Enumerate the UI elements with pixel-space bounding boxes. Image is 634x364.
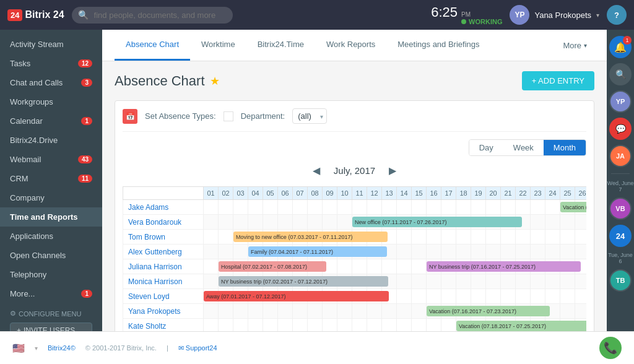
day-header-26: 26 (575, 187, 587, 200)
support-link[interactable]: ✉ Support24 (178, 344, 217, 352)
day-header-21: 21 (501, 187, 516, 200)
sidebar-item-chat-calls[interactable]: Chat and Calls3 (0, 73, 102, 92)
table-row: Alex GuttenbergFamily (07.04.2017 - 07.1… (123, 245, 587, 259)
next-month-button[interactable]: ▶ (385, 163, 400, 178)
tab-work-reports[interactable]: Work Reports (315, 30, 386, 61)
chevron-down-icon: ▾ (584, 42, 587, 49)
sidebar-item-bitrix24drive[interactable]: Bitrix24.Drive (0, 131, 102, 150)
day-cell (486, 230, 501, 245)
day-cell (367, 200, 382, 215)
day-cell (441, 245, 456, 259)
person-name[interactable]: Alex Guttenberg (123, 245, 204, 259)
person-name[interactable]: Monica Harrison (123, 274, 204, 289)
event-bar[interactable]: Moving to new office (07.03.2017 - 07.11… (233, 232, 388, 242)
search-input[interactable] (72, 7, 233, 24)
tab-worktime[interactable]: Worktime (190, 30, 246, 61)
person-name[interactable]: Vera Bondarouk (123, 215, 204, 230)
day-cell (412, 319, 427, 332)
help-button[interactable]: ? (607, 5, 627, 25)
name-column-header (123, 187, 204, 200)
sidebar-item-calendar[interactable]: Calendar1 (0, 111, 102, 131)
day-cell (219, 304, 233, 319)
tab-absence-chart[interactable]: Absence Chart (115, 30, 190, 61)
add-entry-button[interactable]: + ADD ENTRY (522, 71, 594, 90)
sidebar-item-company[interactable]: Company (0, 188, 102, 207)
page-title: Absence Chart ★ (115, 73, 220, 89)
bitrix-button[interactable]: 24 (609, 225, 632, 247)
person-name[interactable]: Juliana Harrison (123, 259, 204, 274)
sidebar-item-crm[interactable]: CRM11 (0, 169, 102, 188)
table-row: Tom BrownMoving to new office (07.03.201… (123, 230, 587, 245)
tab-bitrix24time[interactable]: Bitrix24.Time (246, 30, 315, 61)
day-header-15: 15 (412, 187, 427, 200)
event-bar[interactable]: New office (07.11.2017 - 07.26.2017) (352, 217, 522, 227)
person-name[interactable]: Tom Brown (123, 230, 204, 245)
sidebar-item-workgroups[interactable]: Workgroups (0, 92, 102, 111)
event-bar[interactable]: Family (07.04.2017 - 07.11.2017) (248, 246, 387, 257)
notifications-button[interactable]: 🔔 1 (609, 36, 632, 58)
day-cell (367, 259, 382, 274)
day-cell (441, 230, 456, 245)
sidebar-item-telephony[interactable]: Telephony (0, 265, 102, 284)
sidebar-item-webmail[interactable]: Webmail43 (0, 150, 102, 169)
sidebar-badge: 12 (78, 59, 92, 67)
person-name[interactable]: Steven Loyd (123, 289, 204, 304)
sidebar-item-applications[interactable]: Applications (0, 227, 102, 246)
event-bar[interactable]: NY business trip (07.16.2017 - 07.25.201… (427, 261, 581, 272)
day-cell (397, 259, 412, 274)
user-avatar-1[interactable]: YP (609, 90, 632, 113)
sidebar-item-label: Company (10, 193, 45, 202)
day-cell (367, 319, 382, 332)
event-bar[interactable]: Hospital (07.02.2017 - 07.08.2017) (219, 261, 326, 272)
user-avatar-3[interactable]: VB (609, 197, 632, 220)
event-bar[interactable]: NY business trip (07.02.2017 - 07.12.201… (219, 276, 388, 287)
sidebar-item-tasks[interactable]: Tasks12 (0, 54, 102, 73)
day-cell (427, 200, 441, 215)
table-header-row: 0102030405060708091011121314151617181920… (123, 187, 587, 200)
logo: 24 Bitrix 24 (7, 9, 64, 21)
configure-menu[interactable]: ⚙ CONFIGURE MENU (10, 310, 92, 318)
department-select[interactable]: (all) (292, 108, 327, 124)
tab-more[interactable]: More ▾ (555, 31, 594, 60)
sidebar-item-label: More... (10, 289, 35, 298)
event-bar[interactable]: Away (07.01.2017 - 07.12.2017) (204, 291, 389, 301)
event-bar[interactable]: Vacation (07.18.2017 - 07.25.2017) (456, 321, 586, 331)
day-cell (233, 215, 248, 230)
flag-arrow: ▾ (35, 345, 38, 352)
day-cell (397, 230, 412, 245)
day-cell (278, 200, 293, 215)
view-day-button[interactable]: Day (469, 140, 503, 155)
day-cell (501, 245, 516, 259)
sidebar-item-more[interactable]: More...1 (0, 284, 102, 303)
gear-icon: ⚙ (10, 310, 16, 318)
search-button[interactable]: 🔍 (609, 63, 632, 85)
view-month-button[interactable]: Month (544, 140, 586, 155)
event-bar[interactable]: Vacation (07.25.2017 - 07.31.2017) (560, 202, 586, 212)
person-name[interactable]: Yana Prokopets (123, 304, 204, 319)
sidebar-item-open-channels[interactable]: Open Channels (0, 246, 102, 265)
person-name[interactable]: Kate Sholtz (123, 319, 204, 332)
user-avatar-4[interactable]: TB (609, 269, 632, 292)
chat-button[interactable]: 💬 (609, 118, 632, 140)
tab-meetings-briefings[interactable]: Meetings and Briefings (386, 30, 490, 61)
sidebar-item-label: Chat and Calls (10, 78, 63, 87)
view-week-button[interactable]: Week (503, 140, 544, 155)
day-cell (204, 304, 219, 319)
user-info[interactable]: YP Yana Prokopets ▾ (510, 5, 599, 25)
chat-icon: 💬 (615, 124, 626, 134)
prev-month-button[interactable]: ◀ (309, 163, 324, 178)
event-bar[interactable]: Vacation (07.16.2017 - 07.23.2017) (427, 306, 550, 316)
calendar-icon: 📅 (126, 112, 135, 121)
sidebar-item-activity-stream[interactable]: Activity Stream (0, 35, 102, 54)
day-cell (219, 215, 233, 230)
sidebar-item-label: Webmail (10, 155, 41, 164)
sidebar-item-label: Time and Reports (10, 212, 78, 222)
sidebar-item-time-reports[interactable]: Time and Reports (0, 207, 102, 227)
star-icon[interactable]: ★ (210, 74, 220, 88)
user-avatar-2[interactable]: JA (609, 145, 632, 167)
phone-button[interactable]: 📞 (599, 337, 622, 359)
day-cell (486, 274, 501, 289)
day-cell (233, 304, 248, 319)
person-name[interactable]: Jake Adams (123, 200, 204, 215)
invite-users-button[interactable]: + INVITE USERS (10, 323, 92, 331)
